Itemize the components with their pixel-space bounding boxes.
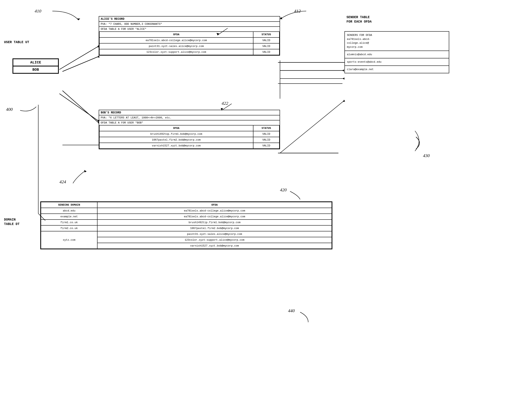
svg-line-14: [59, 94, 98, 121]
alice-ofda-3: 123color.xyzt-support.alice@mycorp.com: [99, 49, 253, 55]
ofda-domain-5c: varnish1527.xyzt.bob@mycorp.com: [97, 243, 332, 249]
ref-424: 424: [59, 179, 66, 184]
domain-col-ofda: OFDA: [97, 202, 332, 208]
alice-status-1: VALID: [253, 38, 279, 43]
alice-ofda-2: paint31.xyzt-sales.alice@mycorp.com: [99, 43, 253, 49]
svg-marker-9: [77, 19, 80, 20]
table-row: brush1492top.firm1.bob@mycorp.com VALID: [99, 131, 279, 137]
table-row: 123color.xyzt-support.alice@mycorp.com V…: [99, 49, 279, 55]
table-row: xytz.com paint31.xyzt-sales.alice@mycorp…: [41, 231, 332, 237]
table-row: 1067pastel.firm2.bob@mycorp.com VALID: [99, 137, 279, 143]
table-row: paint31.xyzt-sales.alice@mycorp.com VALI…: [99, 43, 279, 49]
bob-ofda-1: brush1492top.firm1.bob@mycorp.com: [99, 131, 253, 137]
ref-410: 410: [35, 8, 41, 14]
alice-record-title: ALICE'S RECORD: [99, 17, 280, 21]
user-bob: BOB: [13, 66, 58, 73]
ofda-domain-5a: paint31.xyzt-sales.alice@mycorp.com: [97, 231, 332, 237]
svg-marker-20: [342, 77, 344, 80]
ref-412: 412: [294, 8, 301, 14]
bob-status-2: VALID: [253, 137, 279, 143]
table-row: firm1.co.uk brush1492tip.firm1.bob@mycor…: [41, 220, 332, 225]
table-row: example.net ea781sels.abcd-college.alice…: [41, 214, 332, 220]
sender-row-2: sports-events@abcd.edu: [345, 58, 449, 66]
domain-3: firm1.co.uk: [41, 220, 97, 225]
bob-record-box: BOB'S RECORD PVA: "6 LETTERS AT LEAST, 1…: [99, 110, 280, 149]
domain-table-box: SENDING DOMAIN OFDA abcd.edu ea781sels.a…: [40, 202, 332, 249]
senders-for-ofda-label: SENDERS FOR OFDAea781sels.abcd-college.a…: [345, 32, 449, 51]
sender-row-1: alumnis@abcd.edu: [345, 51, 449, 58]
alice-col-ofda: OFDA: [99, 32, 253, 38]
ofda-domain-2: ea781sels.abcd-college.alice@mycorp.com: [97, 214, 332, 220]
user-table-box: ALICE BOB: [13, 58, 59, 74]
ref-430: 430: [423, 153, 430, 158]
svg-marker-24: [343, 100, 345, 102]
alice-ofda-table: OFDA STATUS ea781sels.abcd-college.alice…: [99, 31, 280, 55]
bob-col-status: STATUS: [253, 125, 279, 131]
svg-line-12: [59, 46, 98, 69]
alice-ofda-table-label: OFDA TABLE A FOR USER "ALICE": [99, 26, 280, 31]
alice-col-status: STATUS: [253, 32, 279, 38]
bob-ofda-table-label: OFDA TABLE A FOR USER "BOB": [99, 120, 280, 125]
bob-status-3: VALID: [253, 143, 279, 149]
svg-marker-1: [98, 55, 100, 57]
svg-line-2: [63, 91, 99, 123]
bob-status-1: VALID: [253, 131, 279, 137]
bob-ofda-table: OFDA STATUS brush1492top.firm1.bob@mycor…: [99, 125, 280, 149]
domain-col-sending: SENDING DOMAIN: [41, 202, 97, 208]
domain-2: example.net: [41, 214, 97, 220]
alice-status-3: VALID: [253, 49, 279, 55]
ref-420: 420: [280, 187, 287, 193]
ofda-domain-1: ea781sels.abcd-college.alice@mycorp.com: [97, 208, 332, 214]
ofda-domain-5b: 123color.xyzt-support.alice@mycorp.com: [97, 237, 332, 243]
svg-marker-22: [84, 170, 87, 172]
ref-422: 422: [222, 101, 228, 106]
bob-ofda-3: varnish1527.xyzt.bob@mycorp.com: [99, 143, 253, 149]
ref-400: 400: [6, 107, 13, 112]
domain-5: xytz.com: [41, 231, 97, 249]
ofda-domain-3: brush1492tip.firm1.bob@mycorp.com: [97, 220, 332, 225]
bob-ofda-2: 1067pastel.firm2.bob@mycorp.com: [99, 137, 253, 143]
ofda-domain-4: 1067pastel.firm2.bob@mycorp.com: [97, 225, 332, 231]
table-row: firm2.co.uk 1067pastel.firm2.bob@mycorp.…: [41, 225, 332, 231]
sender-table-title: SENDER TABLEFOR EACH OFDA: [347, 15, 372, 24]
domain-1: abcd.edu: [41, 208, 97, 214]
table-row: abcd.edu ea781sels.abcd-college.alice@my…: [41, 208, 332, 214]
domain-table: SENDING DOMAIN OFDA abcd.edu ea781sels.a…: [41, 202, 332, 249]
ref-440: 440: [288, 308, 295, 313]
svg-line-0: [63, 57, 99, 71]
user-table-label: USER TABLE UT: [4, 40, 29, 44]
svg-marker-10: [280, 17, 282, 19]
sender-table-box: SENDERS FOR OFDAea781sels.abcd-college.a…: [344, 31, 449, 73]
sender-row-3: clara@example.net: [345, 66, 449, 73]
alice-record-box: ALICE'S RECORD PVA: "7 CHARS, ODD NUMBER…: [99, 16, 280, 56]
bob-pva: PVA: "6 LETTERS AT LEAST, 1000<=N<=2000,…: [99, 115, 280, 120]
domain-table-label: DOMAINTABLE DT: [4, 218, 19, 227]
bob-col-ofda: OFDA: [99, 125, 253, 131]
alice-ofda-1: ea781sels.abcd-college.alice@mycorp.com: [99, 38, 253, 43]
table-row: varnish1527.xyzt.bob@mycorp.com VALID: [99, 143, 279, 149]
alice-status-2: VALID: [253, 43, 279, 49]
bob-record-title: BOB'S RECORD: [99, 110, 280, 115]
domain-4: firm2.co.uk: [41, 225, 97, 231]
table-row: ea781sels.abcd-college.alice@mycorp.com …: [99, 38, 279, 43]
svg-line-23: [280, 101, 344, 153]
alice-pva: PVA: "7 CHARS, ODD NUMBER,3 CONSONANTS": [99, 21, 280, 26]
svg-marker-17: [342, 69, 344, 71]
user-alice: ALICE: [13, 59, 58, 66]
